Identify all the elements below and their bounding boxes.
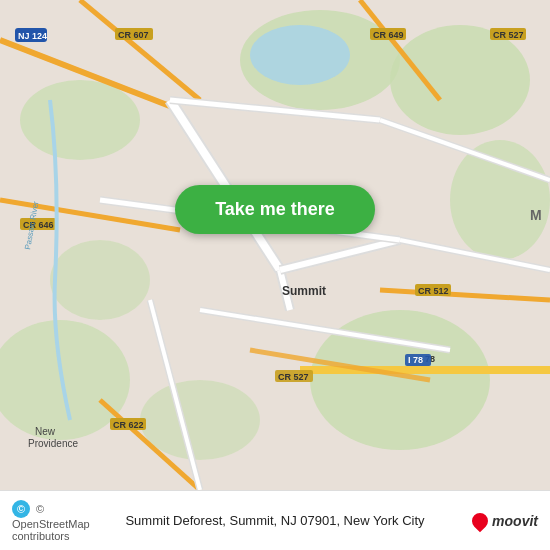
svg-text:CR 527: CR 527 (493, 30, 524, 40)
svg-text:CR 649: CR 649 (373, 30, 404, 40)
svg-text:CR 527: CR 527 (278, 372, 309, 382)
svg-point-2 (20, 80, 140, 160)
svg-point-7 (140, 380, 260, 460)
svg-text:CR 512: CR 512 (418, 286, 449, 296)
moovit-pin-icon (469, 509, 492, 532)
moovit-logo: moovit (436, 513, 538, 529)
svg-text:New: New (35, 426, 56, 437)
svg-text:CR 607: CR 607 (118, 30, 149, 40)
osm-attribution: © © OpenStreetMap contributors (12, 500, 114, 542)
moovit-label: moovit (492, 513, 538, 529)
svg-text:Providence: Providence (28, 438, 78, 449)
svg-text:CR 622: CR 622 (113, 420, 144, 430)
location-text: Summit Deforest, Summit, NJ 07901, New Y… (122, 513, 428, 528)
svg-point-8 (50, 240, 150, 320)
svg-point-3 (390, 25, 530, 135)
map-container: I 78 I 78 CR 527 NJ 124 CR 607 CR 649 CR… (0, 0, 550, 490)
take-me-there-button[interactable]: Take me there (175, 185, 375, 234)
svg-text:NJ 124: NJ 124 (18, 31, 47, 41)
osm-icon: © (12, 500, 30, 518)
svg-text:M: M (530, 207, 542, 223)
svg-text:Summit: Summit (282, 284, 326, 298)
map-svg: I 78 I 78 CR 527 NJ 124 CR 607 CR 649 CR… (0, 0, 550, 490)
svg-text:I 78: I 78 (408, 355, 423, 365)
svg-point-9 (250, 25, 350, 85)
svg-point-4 (450, 140, 550, 260)
bottom-bar: © © OpenStreetMap contributors Summit De… (0, 490, 550, 550)
